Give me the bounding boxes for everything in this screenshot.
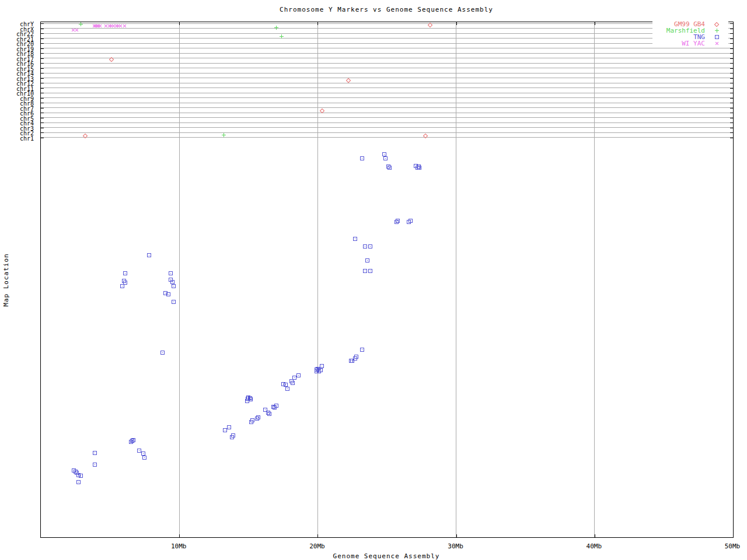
y-tick-left bbox=[41, 128, 44, 128]
marker-tng bbox=[147, 253, 151, 257]
marker-wi-yac bbox=[123, 24, 127, 28]
x-tick-top bbox=[595, 22, 595, 25]
y-tick-labels: chrYchrXchr22chr21chr20chr19chr18chr17ch… bbox=[0, 22, 37, 537]
h-gridline-chr14 bbox=[41, 73, 733, 74]
marker-tng bbox=[320, 364, 324, 368]
marker-tng bbox=[249, 420, 253, 424]
h-gridline-chr12 bbox=[41, 83, 733, 83]
x-tick-top bbox=[733, 22, 734, 25]
marker-tng bbox=[363, 269, 367, 273]
y-tick-right bbox=[730, 128, 733, 128]
marker-tng bbox=[296, 373, 301, 377]
y-tick-right bbox=[730, 118, 733, 118]
marker-marshfield bbox=[79, 22, 83, 26]
x-tick-bottom bbox=[317, 534, 318, 537]
y-tick-left bbox=[41, 63, 44, 64]
marker-marshfield bbox=[280, 34, 284, 38]
y-tick-right bbox=[730, 88, 733, 89]
marker-tng bbox=[388, 166, 392, 170]
marker-tng bbox=[141, 452, 145, 456]
x-tick-top bbox=[456, 22, 457, 25]
marker-tng bbox=[360, 348, 364, 352]
y-tick-right bbox=[730, 123, 733, 123]
x-tick-bottom bbox=[595, 534, 595, 537]
legend-row-marshfield: Marshfield bbox=[652, 27, 728, 34]
marker-tng bbox=[79, 474, 83, 478]
y-tick-left bbox=[41, 48, 44, 49]
diamond-icon bbox=[714, 22, 719, 26]
marker-tng bbox=[350, 359, 354, 363]
h-gridline-chr18 bbox=[41, 53, 733, 54]
chart-title: Chromosome Y Markers vs Genome Sequence … bbox=[40, 6, 732, 13]
y-tick-right bbox=[730, 33, 733, 34]
y-tick-right bbox=[730, 138, 733, 138]
x-tick-bottom bbox=[179, 534, 180, 537]
marker-tng bbox=[382, 152, 386, 156]
y-tick-left bbox=[41, 43, 44, 44]
y-tick-left bbox=[41, 83, 44, 83]
y-tick-left bbox=[41, 58, 44, 59]
h-gridline-chr7 bbox=[41, 107, 733, 108]
marker-tng bbox=[383, 156, 388, 160]
marker-tng bbox=[255, 416, 259, 421]
marker-marshfield bbox=[222, 133, 226, 137]
x-tick-top bbox=[179, 22, 180, 25]
marker-tng bbox=[273, 405, 277, 410]
marker-tng bbox=[142, 456, 146, 460]
h-gridline-chr9 bbox=[41, 97, 733, 98]
y-tick-left bbox=[41, 73, 44, 74]
h-gridline-chr8 bbox=[41, 103, 733, 103]
square-icon bbox=[715, 35, 719, 39]
v-gridline-20Mb bbox=[317, 22, 318, 537]
marker-marshfield bbox=[274, 26, 278, 30]
y-tick-right bbox=[730, 103, 733, 103]
plot-area bbox=[40, 22, 734, 538]
legend-marker-tng bbox=[713, 34, 720, 40]
marker-tng bbox=[284, 383, 288, 387]
h-gridline-chr19 bbox=[41, 48, 733, 48]
y-tick-right bbox=[730, 43, 733, 44]
marker-wi-yac bbox=[98, 24, 102, 28]
marker-tng bbox=[120, 284, 124, 288]
marker-wi-yac bbox=[75, 28, 79, 32]
h-gridline-chrY bbox=[41, 23, 733, 24]
y-tick-left bbox=[41, 93, 44, 93]
h-gridline-chr5 bbox=[41, 117, 733, 118]
h-gridline-chr17 bbox=[41, 58, 733, 58]
y-tick-right bbox=[730, 98, 733, 99]
y-tick-right bbox=[730, 53, 733, 54]
h-gridline-chr10 bbox=[41, 93, 733, 93]
x-axis-title: Genome Sequence Assembly bbox=[40, 552, 732, 560]
v-gridline-10Mb bbox=[179, 22, 180, 537]
y-tick-left bbox=[41, 68, 44, 69]
h-gridline-chr21 bbox=[41, 38, 733, 38]
y-tick-right bbox=[730, 48, 733, 49]
y-tick-right bbox=[730, 68, 733, 69]
y-tick-right bbox=[730, 58, 733, 59]
marker-wi-yac bbox=[118, 24, 123, 28]
x-tick-label: 20Mb bbox=[299, 543, 334, 550]
y-tick-left bbox=[41, 123, 44, 123]
marker-tng bbox=[227, 425, 231, 429]
marker-tng bbox=[93, 451, 97, 455]
marker-tng bbox=[365, 258, 369, 262]
h-gridline-chr16 bbox=[41, 63, 733, 64]
legend-marker-marshfield bbox=[713, 28, 720, 34]
marker-tng bbox=[396, 219, 400, 223]
h-gridline-chr2 bbox=[41, 132, 733, 133]
y-tick-left bbox=[41, 103, 44, 103]
marker-tng bbox=[267, 412, 271, 416]
h-gridline-chr20 bbox=[41, 43, 733, 44]
y-tick-left bbox=[41, 98, 44, 99]
y-tick-left bbox=[41, 33, 44, 34]
y-tick-left bbox=[41, 132, 44, 133]
v-gridline-40Mb bbox=[594, 22, 595, 537]
marker-tng bbox=[368, 269, 372, 273]
y-tick-right bbox=[730, 113, 733, 113]
marker-tng bbox=[169, 271, 173, 275]
y-tick-left bbox=[41, 53, 44, 54]
marker-tng bbox=[353, 237, 357, 241]
h-gridline-chr11 bbox=[41, 88, 733, 88]
y-tick-left bbox=[41, 108, 44, 108]
y-tick-right bbox=[730, 78, 733, 79]
